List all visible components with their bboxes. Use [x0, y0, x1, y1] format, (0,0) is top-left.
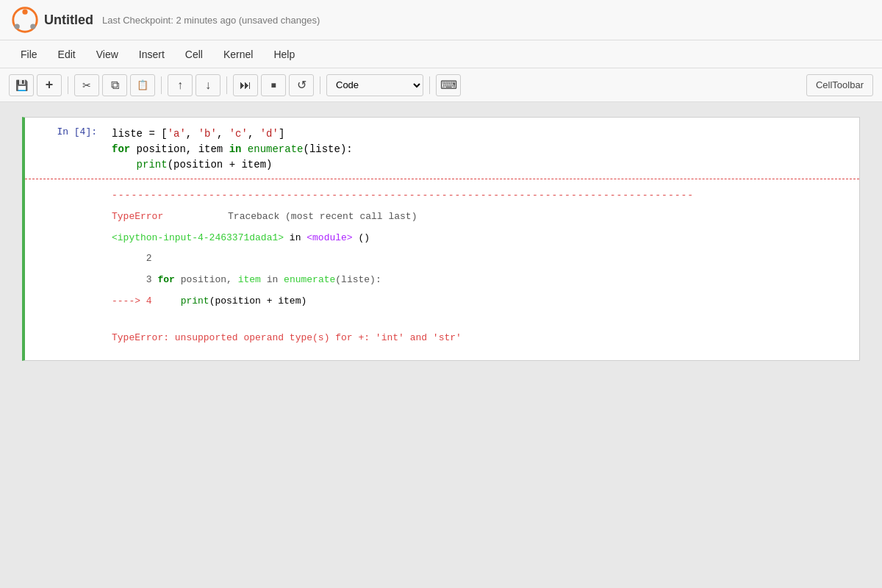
error-linenum3-row: 3 for position, item in enumerate(liste)…	[25, 270, 859, 291]
notebook-title[interactable]: Untitled	[44, 12, 93, 28]
code-line-2: for position, item in enumerate(liste):	[112, 142, 853, 157]
menubar: File Edit View Insert Cell Kernel Help	[0, 40, 882, 68]
error-line-2: 2	[106, 248, 859, 270]
cell-type-select[interactable]: Code Markdown Raw NBConvert Heading	[326, 74, 423, 96]
svg-point-2	[15, 24, 20, 29]
error-message-row: TypeError: unsupported operand type(s) f…	[25, 312, 859, 349]
toolbar: 💾 + ✂ ⧉ 📋 ↑ ↓ ⏭ ■ ↺ Code Markdown Raw NB…	[0, 68, 882, 102]
jupyter-logo-icon	[12, 7, 38, 33]
restart-button[interactable]: ↺	[289, 74, 314, 96]
celltoolbar-button[interactable]: CellToolbar	[806, 74, 873, 96]
cut-cell-button[interactable]: ✂	[74, 74, 99, 96]
move-down-button[interactable]: ↓	[196, 74, 220, 96]
cell-code[interactable]: liste = ['a', 'b', 'c', 'd'] for positio…	[106, 123, 859, 176]
error-line-3: 3 for position, item in enumerate(liste)…	[106, 270, 859, 291]
run-next-button[interactable]: ⏭	[233, 74, 258, 96]
menu-help[interactable]: Help	[265, 46, 304, 63]
code-line-3: print(position + item)	[112, 157, 853, 173]
notebook-area: In [4]: liste = ['a', 'b', 'c', 'd'] for…	[0, 102, 882, 588]
error-message: TypeError: unsupported operand type(s) f…	[106, 312, 859, 349]
error-arrow-line: ----> 4 print(position + item)	[106, 291, 859, 312]
jupyter-logo-area: Untitled Last Checkpoint: 2 minutes ago …	[12, 7, 320, 33]
paste-cell-button[interactable]: 📋	[130, 74, 155, 96]
error-header: TypeError Traceback (most recent call la…	[106, 207, 859, 228]
error-linenum2-row: 2	[25, 248, 859, 270]
checkpoint-info: Last Checkpoint: 2 minutes ago (unsaved …	[102, 15, 320, 26]
menu-insert[interactable]: Insert	[130, 46, 173, 63]
svg-point-1	[22, 10, 27, 15]
separator-4	[320, 76, 320, 94]
menu-kernel[interactable]: Kernel	[215, 46, 262, 63]
error-location: <ipython-input-4-2463371dada1> in <modul…	[106, 228, 859, 249]
error-location-row: <ipython-input-4-2463371dada1> in <modul…	[25, 228, 859, 249]
keyboard-shortcuts-button[interactable]: ⌨	[436, 74, 461, 96]
cell-input-area: In [4]: liste = ['a', 'b', 'c', 'd'] for…	[25, 123, 859, 176]
separator-2	[161, 76, 162, 94]
cell-output: ----------------------------------------…	[25, 179, 859, 354]
add-cell-button[interactable]: +	[37, 74, 62, 96]
separator-1	[68, 76, 68, 94]
code-line-1: liste = ['a', 'b', 'c', 'd']	[112, 126, 853, 142]
menu-file[interactable]: File	[12, 46, 46, 63]
cell-4[interactable]: In [4]: liste = ['a', 'b', 'c', 'd'] for…	[22, 117, 860, 361]
menu-view[interactable]: View	[87, 46, 127, 63]
error-type-label: TypeError	[112, 211, 163, 222]
error-header-row: TypeError Traceback (most recent call la…	[25, 207, 859, 228]
menu-edit[interactable]: Edit	[49, 46, 85, 63]
separator-5	[429, 76, 430, 94]
separator-3	[226, 76, 227, 94]
interrupt-button[interactable]: ■	[261, 74, 286, 96]
error-separator: ----------------------------------------…	[25, 185, 859, 207]
save-button[interactable]: 💾	[9, 74, 34, 96]
menu-cell[interactable]: Cell	[176, 46, 212, 63]
traceback-label: Traceback (most recent call last)	[228, 211, 417, 222]
copy-cell-button[interactable]: ⧉	[102, 74, 127, 96]
topbar: Untitled Last Checkpoint: 2 minutes ago …	[0, 0, 882, 40]
error-arrow-row: ----> 4 print(position + item)	[25, 291, 859, 312]
move-up-button[interactable]: ↑	[168, 74, 193, 96]
svg-point-3	[30, 24, 35, 29]
cell-prompt: In [4]:	[25, 123, 106, 140]
